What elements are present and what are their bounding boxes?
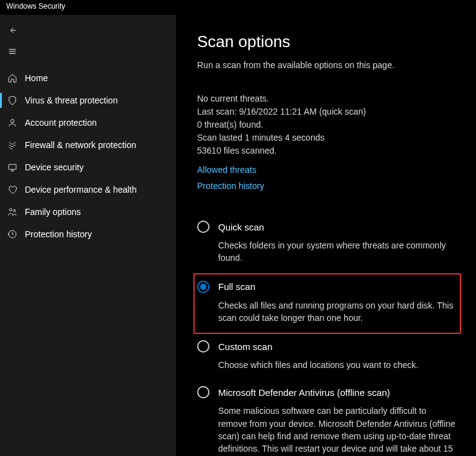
option-label: Microsoft Defender Antivirus (offline sc… <box>218 387 390 398</box>
radio-quick-scan[interactable]: Quick scan <box>197 221 457 233</box>
sidebar-item-label: Account protection <box>25 118 97 128</box>
option-label: Custom scan <box>218 341 273 352</box>
window-titlebar: Windows Security <box>0 0 476 15</box>
option-offline-scan: Microsoft Defender Antivirus (offline sc… <box>197 380 461 456</box>
firewall-icon <box>0 140 25 150</box>
hamburger-icon <box>7 46 17 56</box>
main-content: Scan options Run a scan from the availab… <box>176 15 476 456</box>
sidebar-item-firewall[interactable]: Firewall & network protection <box>0 134 176 156</box>
radio-icon <box>197 386 209 398</box>
sidebar-item-history[interactable]: Protection history <box>0 223 176 245</box>
page-title: Scan options <box>197 32 461 51</box>
sidebar-item-label: Protection history <box>25 229 92 239</box>
status-line: Last scan: 9/16/2022 11:21 AM (quick sca… <box>197 105 461 118</box>
status-line: Scan lasted 1 minutes 4 seconds <box>197 131 461 144</box>
svg-rect-1 <box>9 164 16 169</box>
svg-point-0 <box>11 120 14 123</box>
allowed-threats-link[interactable]: Allowed threats <box>197 165 461 175</box>
radio-custom-scan[interactable]: Custom scan <box>197 340 457 353</box>
sidebar-item-home[interactable]: Home <box>0 67 176 89</box>
status-line: No current threats. <box>197 92 461 105</box>
sidebar-item-label: Firewall & network protection <box>25 140 136 150</box>
sidebar-item-virus[interactable]: Virus & threat protection <box>0 89 176 112</box>
option-label: Quick scan <box>218 222 264 232</box>
back-button[interactable] <box>0 20 25 41</box>
svg-point-3 <box>14 209 15 211</box>
sidebar-item-family[interactable]: Family options <box>0 201 176 223</box>
option-custom-scan: Custom scan Choose which files and locat… <box>197 334 461 380</box>
option-desc: Some malicious software can be particula… <box>218 405 457 456</box>
sidebar: Home Virus & threat protection Account p… <box>0 15 176 456</box>
option-desc: Choose which files and locations you wan… <box>218 359 457 371</box>
radio-icon <box>197 221 209 233</box>
status-line: 53610 files scanned. <box>197 144 461 157</box>
option-quick-scan: Quick scan Checks folders in your system… <box>197 214 461 273</box>
device-icon <box>0 162 25 172</box>
home-icon <box>0 73 25 83</box>
sidebar-item-device-security[interactable]: Device security <box>0 156 176 178</box>
sidebar-item-label: Family options <box>25 207 81 217</box>
family-icon <box>0 207 25 217</box>
sidebar-item-label: Device security <box>25 162 84 172</box>
option-label: Full scan <box>218 281 255 292</box>
page-subtitle: Run a scan from the available options on… <box>197 60 461 70</box>
back-arrow-icon <box>7 25 17 35</box>
window-title: Windows Security <box>6 2 65 11</box>
history-icon <box>0 229 25 239</box>
sidebar-item-label: Virus & threat protection <box>25 95 118 105</box>
option-desc: Checks all files and running programs on… <box>218 299 456 325</box>
option-desc: Checks folders in your system where thre… <box>218 239 457 265</box>
radio-icon <box>197 281 209 293</box>
option-full-scan: Full scan Checks all files and running p… <box>193 273 461 335</box>
svg-point-2 <box>9 209 12 211</box>
radio-full-scan[interactable]: Full scan <box>197 281 456 293</box>
sidebar-item-performance[interactable]: Device performance & health <box>0 178 176 201</box>
protection-history-link[interactable]: Protection history <box>197 181 461 191</box>
radio-offline-scan[interactable]: Microsoft Defender Antivirus (offline sc… <box>197 386 457 398</box>
heart-icon <box>0 185 25 195</box>
shield-icon <box>0 95 25 105</box>
account-icon <box>0 118 25 128</box>
radio-icon <box>197 340 209 353</box>
status-line: 0 threat(s) found. <box>197 118 461 131</box>
sidebar-item-label: Device performance & health <box>25 185 137 195</box>
hamburger-button[interactable] <box>0 41 25 62</box>
scan-status: No current threats. Last scan: 9/16/2022… <box>197 92 461 157</box>
sidebar-item-account[interactable]: Account protection <box>0 112 176 134</box>
sidebar-item-label: Home <box>25 73 48 83</box>
